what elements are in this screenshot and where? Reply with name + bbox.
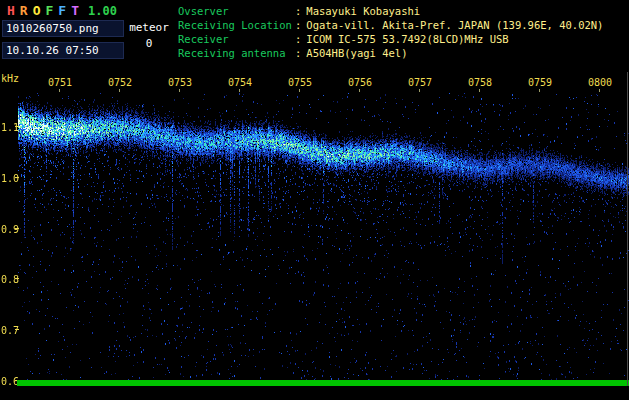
info-row-value: ICOM IC-575 53.7492(8LCD)MHz USB: [306, 32, 508, 46]
info-row-colon: :: [295, 32, 301, 46]
info-row-label: Receiving antenna: [178, 46, 295, 60]
time-axis-tick: [59, 89, 60, 92]
freq-axis-tick: [15, 329, 19, 330]
time-axis-tick: [419, 89, 420, 92]
app-title-letter: R: [20, 3, 28, 18]
info-row-colon: :: [295, 18, 301, 32]
info-row-antenna: Receiving antenna : A504HB(yagi 4el): [178, 46, 603, 60]
meteor-counter-label: meteor: [126, 21, 172, 35]
info-row-receiver: Receiver : ICOM IC-575 53.7492(8LCD)MHz …: [178, 32, 603, 46]
plot-right-border: [627, 72, 628, 386]
time-axis-tick: [119, 89, 120, 92]
time-axis-label: 0751: [47, 77, 73, 88]
app-title-letter: T: [71, 3, 79, 18]
info-row-value: Masayuki Kobayashi: [306, 4, 420, 18]
info-row-label: Receiver: [178, 32, 295, 46]
app-title-letter: F: [45, 3, 53, 18]
time-axis-tick: [479, 89, 480, 92]
freq-axis-label: 0.8: [1, 274, 19, 285]
time-axis-tick: [359, 89, 360, 92]
time-axis-label: 0753: [167, 77, 193, 88]
freq-axis-unit: kHz: [1, 73, 19, 84]
freq-axis-tick: [15, 126, 19, 127]
spectrogram-waterfall: [18, 93, 629, 381]
app-title-letter: H: [7, 3, 15, 18]
info-row-colon: :: [295, 46, 301, 60]
time-axis-tick: [179, 89, 180, 92]
meteor-counter-value: 0: [126, 35, 172, 52]
freq-axis-label: 0.9: [1, 224, 19, 235]
time-axis-label: 0758: [467, 77, 493, 88]
time-axis-tick: [299, 89, 300, 92]
info-row-value: A504HB(yagi 4el): [306, 46, 407, 60]
freq-axis-label: 1.1: [1, 122, 19, 133]
freq-axis-tick: [15, 177, 19, 178]
info-row-value: Ogata-vill. Akita-Pref. JAPAN (139.96E, …: [306, 18, 603, 32]
spectrogram-panel: kHz 0751 0752 0753 0754 0755 0756 0757 0…: [0, 72, 629, 400]
app-title-letter: O: [33, 3, 41, 18]
time-axis-label: 0800: [587, 77, 613, 88]
time-axis-label: 0756: [347, 77, 373, 88]
time-axis-tick: [239, 89, 240, 92]
info-row-label: Receiving Location: [178, 18, 295, 32]
app-version: 1.00: [88, 4, 117, 18]
freq-axis-tick: [15, 278, 19, 279]
time-axis-label: 0757: [407, 77, 433, 88]
info-row-label: Ovserver: [178, 4, 295, 18]
time-axis-tick: [539, 89, 540, 92]
observation-datetime: 10.10.26 07:50: [2, 42, 124, 59]
info-row-location: Receiving Location : Ogata-vill. Akita-P…: [178, 18, 603, 32]
freq-axis-label: 1.0: [1, 173, 19, 184]
info-row-observer: Ovserver : Masayuki Kobayashi: [178, 4, 603, 18]
info-row-colon: :: [295, 4, 301, 18]
signal-level-bar: [17, 380, 629, 386]
time-axis-label: 0754: [227, 77, 253, 88]
app-title: HROFFT1.00: [7, 3, 117, 18]
header: HROFFT1.00 1010260750.png meteor 0 10.10…: [0, 0, 629, 72]
time-axis-label: 0759: [527, 77, 553, 88]
time-axis-tick: [599, 89, 600, 92]
station-info: Ovserver : Masayuki Kobayashi Receiving …: [178, 4, 603, 60]
freq-axis-tick: [15, 228, 19, 229]
meteor-counter: meteor 0: [126, 21, 172, 52]
output-filename: 1010260750.png: [2, 20, 124, 37]
hrofft-screen: HROFFT1.00 1010260750.png meteor 0 10.10…: [0, 0, 629, 400]
app-title-letter: F: [58, 3, 66, 18]
freq-axis-label: 0.7: [1, 325, 19, 336]
time-axis-label: 0752: [107, 77, 133, 88]
time-axis-label: 0755: [287, 77, 313, 88]
